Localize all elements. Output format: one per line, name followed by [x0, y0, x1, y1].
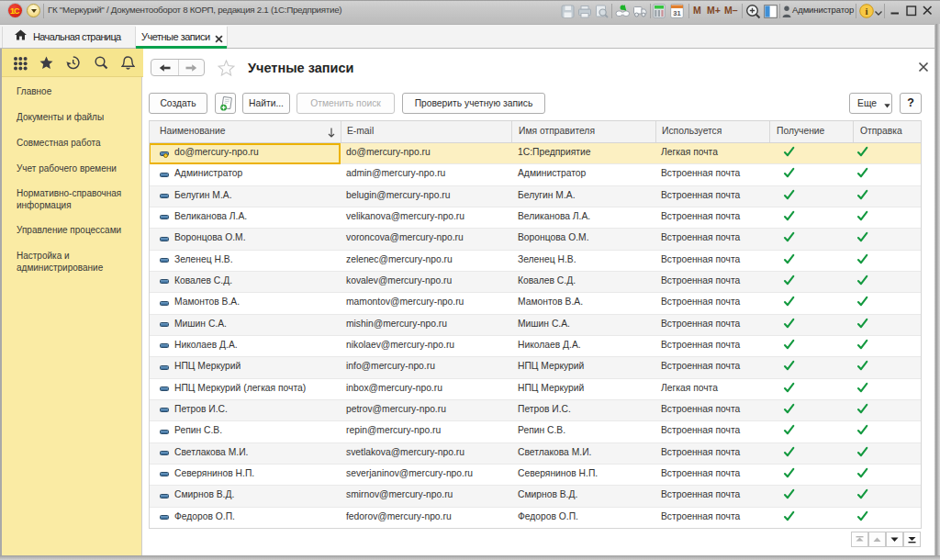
- svg-text:i: i: [865, 6, 867, 17]
- svg-text:31: 31: [673, 9, 680, 17]
